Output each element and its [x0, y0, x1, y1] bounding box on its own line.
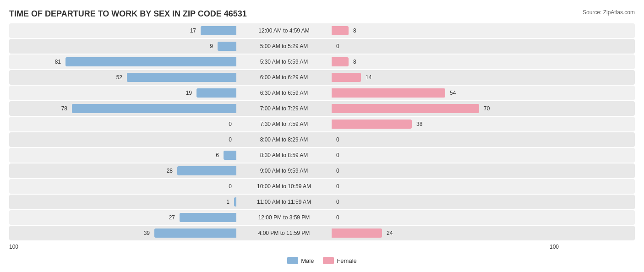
male-value-label: 0	[219, 136, 232, 143]
bar-container-right: 54	[332, 86, 559, 100]
bar-container-right: 38	[332, 117, 559, 131]
bar-row: 78 7:00 AM to 7:29 AM 70	[9, 101, 635, 116]
axis-right: 100	[330, 244, 559, 250]
right-section: 0	[330, 39, 559, 54]
female-value-label: 24	[387, 230, 399, 236]
male-bar	[127, 73, 236, 82]
legend-female: Female	[323, 257, 356, 264]
bar-container-left: 27	[9, 210, 236, 225]
chart-area: 17 12:00 AM to 4:59 AM 8 9 5:00 AM to 5:…	[9, 23, 635, 240]
male-bar	[196, 88, 236, 98]
female-bar	[332, 228, 382, 238]
male-bar	[154, 228, 236, 238]
left-section: 78	[9, 101, 238, 116]
male-bar	[201, 26, 236, 35]
left-section: 0	[9, 179, 238, 194]
right-section: 0	[330, 179, 559, 194]
legend-female-label: Female	[337, 257, 356, 264]
female-value-label: 70	[484, 105, 497, 112]
left-section: 1	[9, 195, 238, 209]
bar-container-left: 0	[9, 117, 236, 131]
right-section: 70	[330, 101, 559, 116]
bar-container-right: 0	[332, 163, 559, 178]
male-value-label: 81	[48, 59, 61, 65]
time-label: 8:00 AM to 8:29 AM	[238, 136, 330, 143]
bar-row: 0 7:30 AM to 7:59 AM 38	[9, 117, 635, 131]
female-value-label: 0	[336, 183, 349, 190]
female-value-label: 14	[366, 74, 378, 81]
male-value-label: 19	[179, 90, 192, 96]
female-value-label: 8	[353, 27, 366, 34]
male-bar	[224, 151, 236, 160]
bar-container-left: 19	[9, 86, 236, 100]
left-section: 0	[9, 132, 238, 147]
male-value-label: 1	[217, 199, 229, 205]
chart-title: TIME OF DEPARTURE TO WORK BY SEX IN ZIP …	[9, 9, 635, 19]
bar-row: 81 5:30 AM to 5:59 AM 8	[9, 54, 635, 69]
bar-row: 19 6:30 AM to 6:59 AM 54	[9, 86, 635, 100]
bar-container-right: 0	[332, 195, 559, 209]
right-section: 0	[330, 163, 559, 178]
time-label: 4:00 PM to 11:59 PM	[238, 230, 330, 236]
time-label: 7:30 AM to 7:59 AM	[238, 121, 330, 127]
left-section: 81	[9, 54, 238, 69]
time-label: 10:00 AM to 10:59 AM	[238, 183, 330, 190]
bar-container-left: 81	[9, 54, 236, 69]
bar-container-left: 52	[9, 70, 236, 85]
left-section: 39	[9, 226, 238, 240]
time-label: 12:00 PM to 3:59 PM	[238, 214, 330, 221]
female-value-label: 54	[450, 90, 463, 96]
female-bar	[332, 26, 349, 35]
bar-container-right: 8	[332, 54, 559, 69]
male-value-label: 52	[109, 74, 122, 81]
right-section: 24	[330, 226, 559, 240]
bar-container-left: 6	[9, 148, 236, 163]
left-section: 6	[9, 148, 238, 163]
bar-row: 17 12:00 AM to 4:59 AM 8	[9, 23, 635, 38]
axis-left: 100	[9, 244, 238, 250]
female-value-label: 0	[336, 43, 349, 49]
bar-row: 9 5:00 AM to 5:29 AM 0	[9, 39, 635, 54]
right-section: 0	[330, 132, 559, 147]
left-section: 9	[9, 39, 238, 54]
bar-container-right: 0	[332, 148, 559, 163]
right-section: 8	[330, 54, 559, 69]
bar-row: 6 8:30 AM to 8:59 AM 0	[9, 148, 635, 163]
bar-container-left: 1	[9, 195, 236, 209]
male-bar	[180, 213, 236, 222]
bar-container-right: 0	[332, 39, 559, 54]
bar-row: 1 11:00 AM to 11:59 AM 0	[9, 195, 635, 209]
source-label: Source: ZipAtlas.com	[583, 9, 635, 16]
female-value-label: 38	[416, 121, 429, 127]
bar-container-left: 0	[9, 179, 236, 194]
bar-row: 28 9:00 AM to 9:59 AM 0	[9, 163, 635, 178]
legend-male-label: Male	[301, 257, 314, 264]
left-section: 0	[9, 117, 238, 131]
right-section: 54	[330, 86, 559, 100]
time-label: 6:00 AM to 6:29 AM	[238, 74, 330, 81]
bar-row: 39 4:00 PM to 11:59 PM 24	[9, 226, 635, 240]
axis-left-value: 100	[9, 244, 18, 250]
time-label: 6:30 AM to 6:59 AM	[238, 90, 330, 96]
bar-row: 27 12:00 PM to 3:59 PM 0	[9, 210, 635, 225]
left-section: 27	[9, 210, 238, 225]
bar-container-left: 78	[9, 101, 236, 116]
male-value-label: 17	[183, 27, 196, 34]
legend: Male Female	[9, 257, 635, 264]
time-label: 11:00 AM to 11:59 AM	[238, 199, 330, 205]
bar-container-left: 9	[9, 39, 236, 54]
male-value-label: 6	[206, 152, 219, 158]
male-value-label: 0	[219, 183, 232, 190]
bar-container-right: 24	[332, 226, 559, 240]
right-section: 0	[330, 195, 559, 209]
female-bar	[332, 104, 479, 113]
bar-row: 52 6:00 AM to 6:29 AM 14	[9, 70, 635, 85]
bar-container-left: 17	[9, 23, 236, 38]
time-label: 9:00 AM to 9:59 AM	[238, 168, 330, 174]
chart-container: TIME OF DEPARTURE TO WORK BY SEX IN ZIP …	[9, 9, 635, 264]
left-section: 28	[9, 163, 238, 178]
right-section: 14	[330, 70, 559, 85]
male-value-label: 0	[219, 121, 232, 127]
female-value-label: 8	[353, 59, 366, 65]
right-section: 38	[330, 117, 559, 131]
